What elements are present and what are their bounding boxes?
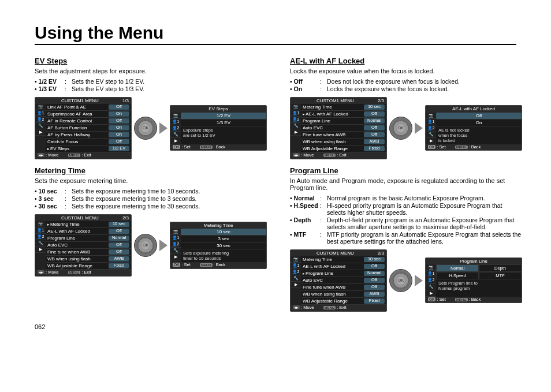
ael-desc: Locks the exposure value when the focus … <box>290 68 522 74</box>
left-column: EV Steps Sets the adjustment steps for e… <box>35 53 267 319</box>
page-number: 062 <box>35 323 516 330</box>
bullet-item: 3 sec:Sets the exposure metering time to… <box>35 195 267 202</box>
dial-icon <box>134 234 157 257</box>
ev-steps-desc: Sets the adjustment steps for exposure. <box>35 68 267 74</box>
dial-icon <box>389 117 412 140</box>
metering-menu-screen: CUSTOM1 MENU2/3 📷👤1👤2🔧▶Metering Time10 s… <box>35 214 132 277</box>
metering-desc: Sets the exposure metering time. <box>35 177 267 184</box>
program-heading: Program Line <box>290 166 522 175</box>
metering-sub-screen: Metering Time 📷👤1👤2🔧▶10 sec3 sec30 secSe… <box>170 222 267 269</box>
bullet-item: H.Speed:Hi-speed priority program is an … <box>290 202 522 216</box>
program-sub-screen: Program Line 📷👤1👤2🔧▶NormalDepthH.SpeedMT… <box>425 257 522 303</box>
ael-sub-screen: AE-L with AF Locked 📷👤1👤2🔧▶OffOnAE is no… <box>425 105 522 151</box>
ev-steps-bullets: 1/2 EV:Sets the EV step to 1/2 EV.1/3 EV… <box>35 78 267 92</box>
bullet-item: 10 sec:Sets the exposure metering time t… <box>35 188 267 195</box>
metering-bullets: 10 sec:Sets the exposure metering time t… <box>35 188 267 210</box>
bullet-item: On:Locks the exposure when the focus is … <box>290 85 522 92</box>
ev-sub-screen: EV Steps 📷👤1👤2🔧▶1/2 EV1/3 EVExposure ste… <box>170 105 267 151</box>
program-desc: In Auto mode and Program mode, exposure … <box>290 177 522 191</box>
page-title: Using the Menu <box>35 23 516 45</box>
bullet-item: Off:Does not lock the exposure when focu… <box>290 78 522 85</box>
bullet-item: Depth:Depth-of-field priority program is… <box>290 216 522 230</box>
arrow-icon <box>415 275 423 286</box>
ael-bullets: Off:Does not lock the exposure when focu… <box>290 78 522 92</box>
program-bullets: Normal:Normal program is the basic Autom… <box>290 195 522 245</box>
ael-heading: AE-L with AF Locked <box>290 57 522 65</box>
dial-icon <box>389 269 412 292</box>
ev-menu-screen: CUSTOM1 MENU1/3 📷👤1👤2🔧▶Link AF Point & A… <box>35 97 132 159</box>
arrow-icon <box>159 240 167 251</box>
ael-menu-screen: CUSTOM1 MENU2/3 📷👤1👤2🔧▶Metering Time10 s… <box>290 97 387 159</box>
metering-heading: Metering Time <box>35 166 267 175</box>
dial-icon <box>134 117 157 140</box>
right-column: AE-L with AF Locked Locks the exposure v… <box>290 53 522 319</box>
bullet-item: 30 sec:Sets the exposure metering time t… <box>35 203 267 210</box>
bullet-item: 1/2 EV:Sets the EV step to 1/2 EV. <box>35 78 267 85</box>
bullet-item: 1/3 EV:Sets the EV step to 1/3 EV. <box>35 85 267 92</box>
ev-steps-heading: EV Steps <box>35 57 267 65</box>
program-menu-screen: CUSTOM1 MENU2/3 📷👤1👤2🔧▶Metering Time10 s… <box>290 249 387 312</box>
bullet-item: MTF:MTF priority program is an Automatic… <box>290 231 522 245</box>
arrow-icon <box>159 122 167 134</box>
arrow-icon <box>415 122 423 134</box>
bullet-item: Normal:Normal program is the basic Autom… <box>290 195 522 201</box>
